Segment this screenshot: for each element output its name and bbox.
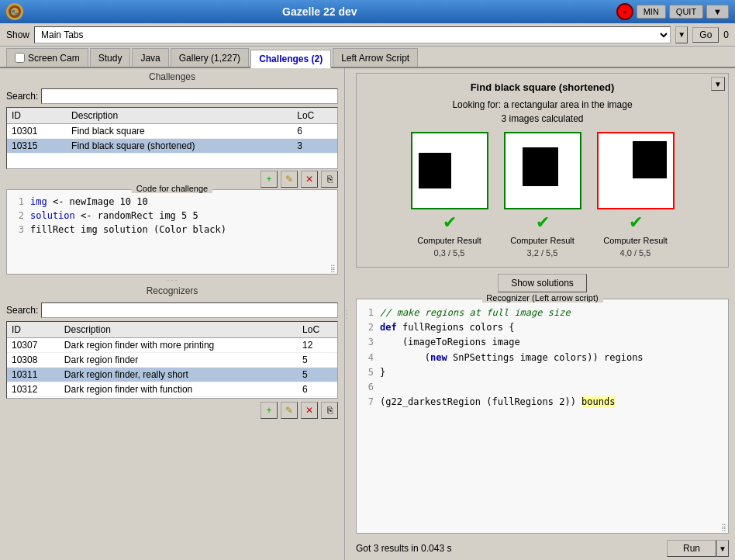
tab-gallery[interactable]: Gallery (1,227) [171,48,249,67]
min-button[interactable]: MIN [637,5,666,19]
code-line: 3 fillRect img solution (Color black) [12,223,333,237]
title-bar-left: 🐾 [6,3,23,20]
image-cell-2: ✔ Computer Result 3,2 / 5,5 [504,132,581,258]
challenges-search-label: Search: [6,91,38,102]
table-row[interactable]: 10308 Dark region finder 5 [7,353,337,368]
challenge-desc: Find black square [67,124,292,139]
copy-challenge-button[interactable]: ⎘ [321,171,338,188]
add-challenge-button[interactable]: + [261,171,278,188]
challenges-search-row: Search: [0,85,344,107]
code-line: 4 (new SnPSettings image colors)) region… [361,351,723,365]
delete-challenge-button[interactable]: ✕ [301,171,318,188]
main-content: Challenges Search: ID Description LoC 10… [0,68,735,560]
code-editor[interactable]: 1 img <- newImage 10 10 2 solution <- ra… [7,190,337,274]
table-row[interactable]: 10307 Dark region finder with more print… [7,338,337,353]
show-solutions-button[interactable]: Show solutions [498,274,587,292]
challenges-col-desc: Description [67,108,292,124]
table-row[interactable]: 10315 Find black square (shortened) 3 [7,139,337,154]
challenges-col-id: ID [7,108,67,124]
images-row: ✔ Computer Result 0,3 / 5,5 ✔ Computer R… [360,126,725,264]
resize-grip: ⣿ [330,264,336,272]
main-tabs-dropdown[interactable]: Main Tabs [34,26,671,43]
tab-screencam[interactable]: Screen Cam [6,48,88,67]
go-count: 0 [723,29,729,40]
recognizers-search-input[interactable] [41,302,338,318]
status-text: Got 3 results in 0.043 s [356,543,451,554]
delete-recognizer-button[interactable]: ✕ [301,402,318,419]
challenges-search-input[interactable] [41,88,338,104]
code-line: 3 (imageToRegions image [361,335,723,350]
recognizers-col-id: ID [7,322,60,338]
code-line: 6 [361,380,723,395]
quit-button[interactable]: QUIT [669,5,703,19]
recognizer-section-label: Recognizer (Left arrow script) [481,293,602,302]
main-tabs-arrow[interactable]: ▼ [675,26,688,43]
recognizers-col-loc: LoC [298,322,337,338]
right-status-bar: Got 3 results in 0.043 s Run ▼ [350,537,735,560]
result-value-1: 0,3 / 5,5 [434,248,465,258]
recognizers-search-row: Search: [0,299,344,321]
black-square-1 [419,153,451,188]
tab-challenges[interactable]: Challenges (2) [250,50,331,68]
challenges-table: ID Description LoC 10301 Find black squa… [7,108,337,154]
run-button[interactable]: Run [667,540,716,557]
more-button[interactable]: ▼ [706,5,729,19]
svg-text:🐾: 🐾 [11,9,19,16]
code-line: 2 def fullRegions colors { [361,320,723,335]
image-box-1 [411,132,488,209]
image-cell-3: ✔ Computer Result 4,0 / 5,5 [597,132,675,258]
result-label-1: Computer Result [417,236,481,245]
table-row[interactable]: 10301 Find black square 6 [7,124,337,139]
run-dropdown-arrow[interactable]: ▼ [716,540,729,557]
challenge-id: 10315 [7,139,67,154]
find-section-dropdown[interactable]: ▼ [711,77,725,91]
find-subtitle: Looking for: a rectangular area in the i… [360,98,725,112]
code-section-label: Code for challenge [132,184,212,193]
challenge-loc: 6 [292,124,337,139]
tab-java[interactable]: Java [132,48,168,67]
left-panel: Challenges Search: ID Description LoC 10… [0,68,345,560]
result-label-2: Computer Result [510,236,575,245]
challenges-header: Challenges [0,68,344,85]
find-section: Find black square (shortened) Looking fo… [356,73,729,268]
recognizers-table-container: ID Description LoC 10307 Dark region fin… [6,321,338,399]
check-icon-1: ✔ [443,213,457,233]
edit-recognizer-button[interactable]: ✎ [281,402,298,419]
table-row[interactable]: 10311 Dark region finder, really short 5 [7,368,337,382]
tab-leftarrow[interactable]: Left Arrow Script [333,48,418,67]
go-button[interactable]: Go [692,27,719,43]
table-row[interactable]: 10312 Dark region finder with function 6 [7,382,337,397]
recognizer-resize-grip: ⣿ [721,524,726,531]
black-square-2 [523,147,558,186]
result-label-3: Computer Result [603,236,668,245]
title-bar-controls: ● MIN QUIT ▼ [616,3,729,20]
title-bar: 🐾 Gazelle 22 dev ● MIN QUIT ▼ [0,0,735,23]
edit-challenge-button[interactable]: ✎ [281,171,298,188]
run-controls: Run ▼ [667,540,729,557]
image-box-3 [597,132,675,209]
challenges-table-container: ID Description LoC 10301 Find black squa… [6,107,338,169]
recognizers-toolbar: + ✎ ✕ ⎘ [0,399,344,422]
show-label: Show [6,29,29,40]
add-recognizer-button[interactable]: + [261,402,278,419]
challenge-id: 10301 [7,124,67,139]
recognizer-code-editor[interactable]: 1 // make regions at full image size 2 d… [357,299,728,533]
tab-study[interactable]: Study [90,48,131,67]
bug-icon[interactable]: ● [616,3,633,20]
challenge-desc: Find black square (shortened) [67,139,292,154]
recognizers-header: Recognizers [0,282,344,299]
copy-recognizer-button[interactable]: ⎘ [321,402,338,419]
code-line: 5 } [361,365,723,380]
code-line: 1 // make regions at full image size [361,306,723,320]
recognizers-col-desc: Description [60,322,298,338]
check-icon-3: ✔ [629,213,643,233]
images-count: 3 images calculated [360,112,725,126]
right-panel: Find black square (shortened) Looking fo… [350,68,735,560]
recognizer-code-section: Recognizer (Left arrow script) 1 // make… [356,299,729,534]
screencam-checkbox[interactable] [15,53,25,63]
recognizers-search-label: Search: [6,305,38,316]
find-title: Find black square (shortened) [360,77,725,98]
image-cell-1: ✔ Computer Result 0,3 / 5,5 [411,132,488,258]
recognizers-table: ID Description LoC 10307 Dark region fin… [7,322,337,397]
black-square-3 [633,141,667,178]
